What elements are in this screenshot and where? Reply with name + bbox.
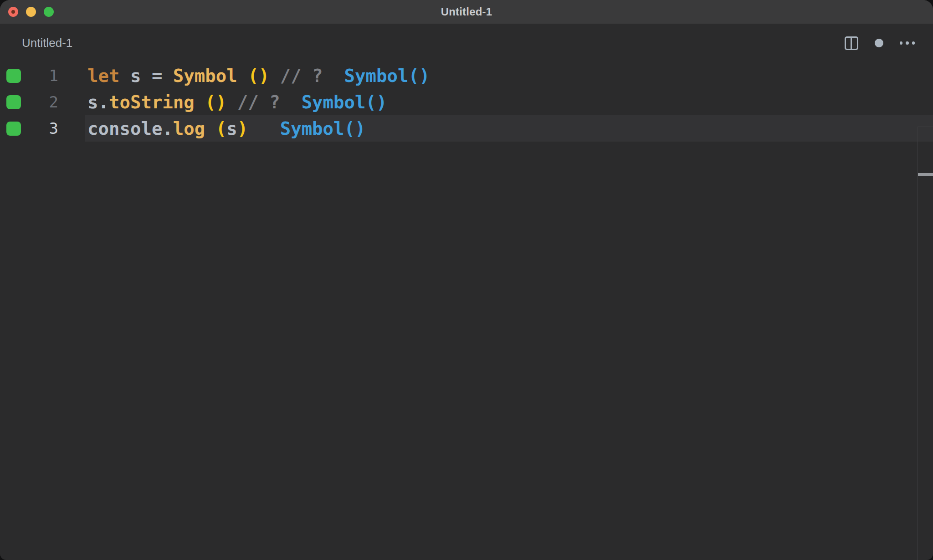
code-token-bracket: ( [216, 118, 226, 139]
code-token-plain [280, 92, 302, 112]
code-token-bracket: () [248, 66, 269, 86]
tab-untitled-1[interactable]: Untitled-1 [22, 36, 72, 50]
code-token-keyword: let [87, 66, 119, 86]
code-token-function: Symbol [173, 66, 248, 86]
inline-value: Symbol() [280, 118, 366, 139]
code-editor[interactable]: 1let s = Symbol () // ? Symbol()2s.toStr… [0, 62, 933, 560]
code-text[interactable]: let s = Symbol () // ? Symbol() [87, 62, 430, 89]
code-token-function: log [173, 118, 216, 139]
coverage-indicator-icon [6, 95, 21, 109]
code-line[interactable]: 2s.toString () // ? Symbol() [0, 89, 933, 115]
line-number[interactable]: 3 [26, 115, 58, 142]
overview-ruler[interactable] [918, 127, 933, 560]
titlebar[interactable]: Untitled-1 [0, 0, 933, 24]
editor-window: Untitled-1 Untitled-1 1let s = Symbol ()… [0, 0, 933, 560]
code-text[interactable]: s.toString () // ? Symbol() [87, 89, 387, 115]
editor-actions [845, 36, 915, 50]
code-line[interactable]: 1let s = Symbol () // ? Symbol() [0, 62, 933, 89]
code-token-plain: console. [87, 118, 173, 139]
code-token-plain: s. [87, 92, 109, 112]
code-line[interactable]: 3console.log (s) Symbol() [0, 115, 933, 142]
overview-ruler-mark [918, 173, 933, 176]
split-editor-icon[interactable] [845, 36, 858, 50]
editor-header: Untitled-1 [0, 24, 933, 62]
code-text[interactable]: console.log (s) Symbol() [87, 115, 366, 142]
editor-lines: 1let s = Symbol () // ? Symbol()2s.toStr… [0, 62, 933, 142]
code-token-plain [323, 66, 344, 86]
code-token-bracket: ) [237, 118, 248, 139]
code-token-comment: // ? [226, 92, 280, 112]
inline-value: Symbol() [302, 92, 387, 112]
code-token-plain [248, 118, 280, 139]
code-token-comment: // ? [269, 66, 323, 86]
code-token-plain: s = [119, 66, 173, 86]
unsaved-dot-icon[interactable] [875, 39, 883, 47]
more-actions-icon[interactable] [900, 41, 915, 45]
code-token-bracket: () [205, 92, 226, 112]
line-number[interactable]: 2 [26, 89, 58, 115]
inline-value: Symbol() [344, 66, 430, 86]
line-number[interactable]: 1 [26, 62, 58, 89]
coverage-indicator-icon [6, 69, 21, 83]
code-token-function: toString [109, 92, 205, 112]
coverage-indicator-icon [6, 122, 21, 136]
code-token-plain: s [226, 118, 237, 139]
window-title: Untitled-1 [0, 0, 933, 24]
